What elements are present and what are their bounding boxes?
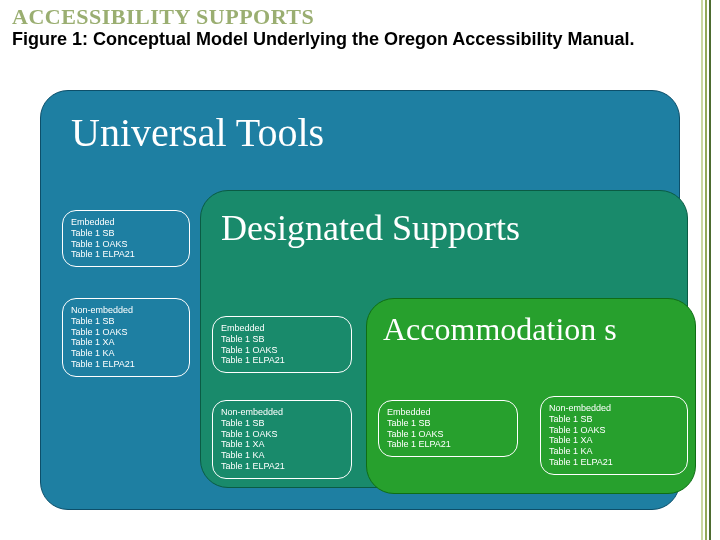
pill-item: Table 1 OAKS bbox=[387, 429, 509, 440]
pill-label: Embedded bbox=[387, 407, 509, 418]
pill-item: Table 1 OAKS bbox=[221, 429, 343, 440]
pill-item: Table 1 KA bbox=[71, 348, 181, 359]
pill-item: Table 1 SB bbox=[71, 316, 181, 327]
pill-item: Table 1 ELPA21 bbox=[549, 457, 679, 468]
pill-item: Table 1 KA bbox=[549, 446, 679, 457]
pill-item: Table 1 XA bbox=[549, 435, 679, 446]
pill-item: Table 1 ELPA21 bbox=[387, 439, 509, 450]
universal-nonembedded-pill: Non-embedded Table 1 SB Table 1 OAKS Tab… bbox=[62, 298, 190, 377]
pill-item: Table 1 XA bbox=[221, 439, 343, 450]
pill-item: Table 1 SB bbox=[71, 228, 181, 239]
designated-supports-title: Designated Supports bbox=[221, 207, 520, 249]
pill-item: Table 1 SB bbox=[221, 418, 343, 429]
pill-item: Table 1 OAKS bbox=[221, 345, 343, 356]
pill-item: Table 1 ELPA21 bbox=[71, 249, 181, 260]
universal-tools-title: Universal Tools bbox=[71, 109, 324, 156]
pill-label: Non-embedded bbox=[549, 403, 679, 414]
pill-item: Table 1 SB bbox=[221, 334, 343, 345]
kicker-heading: ACCESSIBILITY SUPPORTS bbox=[12, 4, 314, 30]
side-rail bbox=[700, 0, 714, 540]
universal-embedded-pill: Embedded Table 1 SB Table 1 OAKS Table 1… bbox=[62, 210, 190, 267]
pill-label: Non-embedded bbox=[71, 305, 181, 316]
pill-label: Non-embedded bbox=[221, 407, 343, 418]
accommodations-title: Accommodation s bbox=[383, 313, 685, 347]
pill-item: Table 1 XA bbox=[71, 337, 181, 348]
pill-label: Embedded bbox=[71, 217, 181, 228]
pill-item: Table 1 SB bbox=[549, 414, 679, 425]
pill-item: Table 1 SB bbox=[387, 418, 509, 429]
pill-item: Table 1 OAKS bbox=[71, 239, 181, 250]
accommodations-nonembedded-pill: Non-embedded Table 1 SB Table 1 OAKS Tab… bbox=[540, 396, 688, 475]
pill-label: Embedded bbox=[221, 323, 343, 334]
pill-item: Table 1 ELPA21 bbox=[221, 355, 343, 366]
pill-item: Table 1 OAKS bbox=[71, 327, 181, 338]
pill-item: Table 1 OAKS bbox=[549, 425, 679, 436]
designated-embedded-pill: Embedded Table 1 SB Table 1 OAKS Table 1… bbox=[212, 316, 352, 373]
pill-item: Table 1 KA bbox=[221, 450, 343, 461]
accommodations-embedded-pill: Embedded Table 1 SB Table 1 OAKS Table 1… bbox=[378, 400, 518, 457]
pill-item: Table 1 ELPA21 bbox=[221, 461, 343, 472]
designated-nonembedded-pill: Non-embedded Table 1 SB Table 1 OAKS Tab… bbox=[212, 400, 352, 479]
figure-caption: Figure 1: Conceptual Model Underlying th… bbox=[12, 28, 708, 51]
pill-item: Table 1 ELPA21 bbox=[71, 359, 181, 370]
